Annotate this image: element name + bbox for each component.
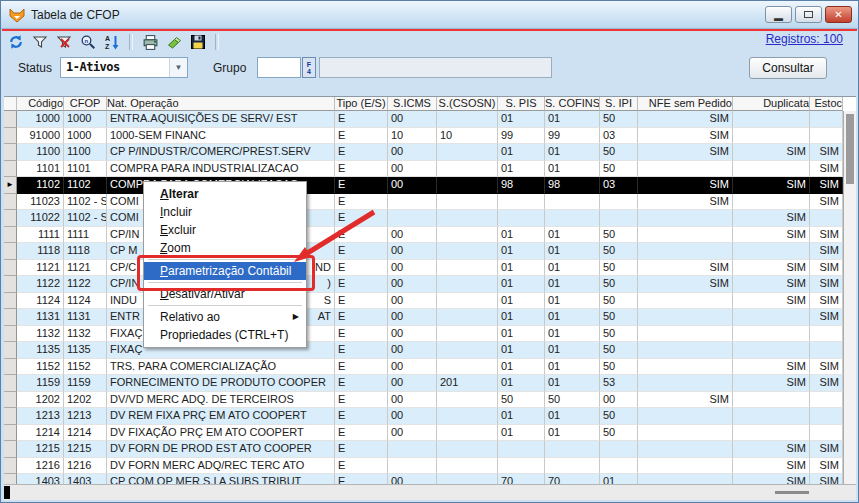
cell-pis: 98	[498, 177, 545, 194]
cell-cfop: 1215	[64, 441, 107, 458]
table-row[interactable]: 11221122CP/IN)E00010150SIMSIMSIM	[4, 276, 843, 293]
cell-cofins: 01	[545, 161, 600, 178]
print-icon[interactable]	[138, 33, 162, 51]
f4-lookup-button[interactable]: F 4	[302, 57, 316, 78]
cell-icms: 00	[388, 111, 437, 128]
minimize-button[interactable]: ▬	[765, 6, 792, 23]
cell-cfop: 1159	[64, 375, 107, 392]
table-row[interactable]: 11011101COMPRA PARA INDUSTRIALIZACAOE000…	[4, 161, 843, 178]
column-header-codigo[interactable]: Código	[17, 97, 64, 111]
cell-ipi	[600, 458, 638, 475]
column-header-pis[interactable]: S. PIS	[498, 97, 545, 111]
cell-cofins	[545, 458, 600, 475]
table-row[interactable]: ►11021102COMPRA PARA COMERCIALIZACAOE009…	[4, 177, 843, 194]
grupo-input[interactable]	[257, 57, 301, 78]
table-row[interactable]: 12021202DV/VD MERC ADQ. DE TERCEIROSE005…	[4, 392, 843, 409]
column-header-nfe[interactable]: NFE sem Pedido	[638, 97, 733, 111]
table-row[interactable]: 10001000ENTRA.AQUISIÇÕES DE SERV/ ESTE00…	[4, 111, 843, 128]
nat-text: TRS. PARA COMERCIALIZAÇÃO	[110, 359, 276, 375]
cell-ipi: 50	[600, 359, 638, 376]
cell-pis: 70	[498, 474, 545, 484]
clear-filter-icon[interactable]	[52, 33, 76, 51]
cell-ipi: 50	[600, 425, 638, 442]
filter-icon[interactable]	[28, 33, 52, 51]
table-row[interactable]: 11321132FIXAÇE00010150	[4, 326, 843, 343]
cell-codigo: 1135	[17, 342, 64, 359]
column-header-cfop[interactable]: CFOP	[64, 97, 107, 111]
chevron-down-icon[interactable]: ▼	[169, 58, 187, 77]
table-row[interactable]: 110231102 - SICOMIESIMSIM	[4, 194, 843, 211]
table-row[interactable]: 11241124INDUSE00010150SIMSIM	[4, 293, 843, 310]
cell-codigo: 1100	[17, 144, 64, 161]
table-row[interactable]: 11311131ENTRATE00010150SIM	[4, 309, 843, 326]
vertical-scrollbar[interactable]	[843, 111, 856, 484]
menu-item-propriedades-ctrl-t[interactable]: Propriedades (CTRL+T)	[144, 326, 306, 344]
status-label: Status	[18, 61, 52, 75]
table-row[interactable]: 11591159FORNECIMENTO DE PRODUTO COOPERE0…	[4, 375, 843, 392]
registros-link[interactable]: Registros: 100	[766, 32, 843, 46]
table-row[interactable]: 11111111CP/INE00010150SIMSIM	[4, 227, 843, 244]
sort-icon[interactable]: A Z	[100, 33, 124, 51]
cell-csosn	[437, 260, 498, 277]
cell-csosn	[437, 293, 498, 310]
horizontal-scrollbar[interactable]	[4, 484, 856, 500]
vertical-scrollbar-thumb[interactable]	[846, 114, 854, 184]
cell-est	[810, 425, 843, 442]
cell-codigo: 1152	[17, 359, 64, 376]
column-header-nat[interactable]: Nat. Operação	[107, 97, 335, 111]
column-header-ipi[interactable]: S. IPI	[600, 97, 638, 111]
cell-codigo: 1213	[17, 408, 64, 425]
table-row[interactable]: 9100010001000-SEM FINANCE1010999903SIM	[4, 128, 843, 145]
zoom-icon[interactable]: n	[76, 33, 100, 51]
table-row[interactable]: 12151215DV FORN DE PROD EST ATO COOPERES…	[4, 441, 843, 458]
table-row[interactable]: 110221102 - SICOMIESIM	[4, 210, 843, 227]
table-row[interactable]: 11001100CP P/INDUSTR/COMERC/PREST.SERVE0…	[4, 144, 843, 161]
status-combobox[interactable]: 1-Ativos ▼	[60, 57, 188, 78]
cell-est: SIM	[810, 243, 843, 260]
column-header-tipo[interactable]: Tipo (E/S)	[335, 97, 388, 111]
table-row[interactable]: 11351135FIXAÇE00010150	[4, 342, 843, 359]
horizontal-scrollbar-thumb[interactable]	[775, 491, 809, 494]
column-header-csosn[interactable]: S.(CSOSN)	[437, 97, 498, 111]
maximize-button[interactable]	[795, 6, 822, 23]
close-button[interactable]: ✕	[825, 6, 852, 23]
cell-tipo: E	[335, 392, 388, 409]
column-header-est[interactable]: Estoc	[810, 97, 843, 111]
cell-cfop: 1135	[64, 342, 107, 359]
cell-nfe	[638, 161, 733, 178]
cell-dup: SIM	[733, 375, 810, 392]
cell-est: SIM	[810, 276, 843, 293]
row-gutter	[4, 128, 17, 145]
cell-cofins: 01	[545, 111, 600, 128]
cell-cfop: 1102 - SI	[64, 194, 107, 211]
cell-icms: 00	[388, 326, 437, 343]
refresh-icon[interactable]	[4, 33, 28, 51]
table-row[interactable]: 12131213DV REM FIXA PRÇ EM ATO COOPERTE0…	[4, 408, 843, 425]
cell-cfop: 1100	[64, 144, 107, 161]
table-row[interactable]: 12161216DV FORN MERC ADQ/REC TERC ATOESI…	[4, 458, 843, 475]
cell-nfe	[638, 293, 733, 310]
table-row[interactable]: 11211121CP/CNDE00010150SIMSIMSIM	[4, 260, 843, 277]
menu-item-incluir[interactable]: Incluir	[144, 203, 306, 221]
table-row[interactable]: 12141214DV FIXAÇÃO PRÇ EM ATO COOPERTE00…	[4, 425, 843, 442]
cell-csosn	[437, 326, 498, 343]
column-header-cofins[interactable]: S. COFINS	[545, 97, 600, 111]
save-icon[interactable]	[186, 33, 210, 51]
table-row[interactable]: 11181118CP ME00010150SIM	[4, 243, 843, 260]
cell-ipi	[600, 194, 638, 211]
menu-item-relativo-ao[interactable]: Relativo ao▶	[144, 308, 306, 326]
column-header-dup[interactable]: Duplicata	[733, 97, 810, 111]
cell-pis: 01	[498, 111, 545, 128]
consultar-button[interactable]: Consultar	[749, 57, 827, 79]
eraser-icon[interactable]	[162, 33, 186, 51]
cell-cofins: 01	[545, 260, 600, 277]
red-annotation-arrow	[290, 200, 390, 270]
toolbar: n A Z	[4, 32, 224, 52]
table-row[interactable]: 14031403CP COM OP MER S.I A SUBS TRIBUTE…	[4, 474, 843, 484]
table-row[interactable]: 11521152TRS. PARA COMERCIALIZAÇÃOE000101…	[4, 359, 843, 376]
cell-nfe	[638, 243, 733, 260]
menu-item-alterar[interactable]: Alterar	[144, 185, 306, 203]
column-header-icms[interactable]: S.ICMS	[388, 97, 437, 111]
menu-item-excluir[interactable]: Excluir	[144, 221, 306, 239]
nat-text: CP P/INDUSTR/COMERC/PREST.SERV	[110, 144, 311, 160]
